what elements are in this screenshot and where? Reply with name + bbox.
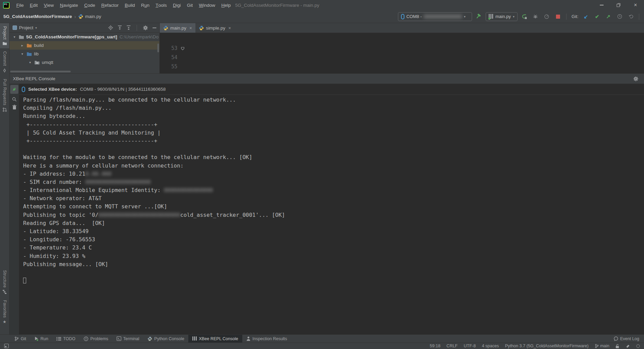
git-branch-widget[interactable]: main bbox=[595, 344, 609, 348]
chevron-collapsed-icon[interactable]: ▸ bbox=[21, 43, 27, 47]
restore-button[interactable] bbox=[610, 0, 627, 10]
rerun-button[interactable] bbox=[520, 12, 529, 21]
run-config-selector[interactable]: main.py ▾ bbox=[486, 12, 518, 21]
stripe-button-commit[interactable]: Commit bbox=[0, 48, 9, 75]
background-tasks-icon[interactable] bbox=[636, 344, 640, 348]
caret-position[interactable]: 59:18 bbox=[430, 344, 440, 348]
toolwindow-toggle-icon[interactable] bbox=[4, 344, 9, 348]
profiler-button[interactable] bbox=[542, 12, 551, 21]
xbee-device-selector[interactable]: COM8 - ▾ bbox=[398, 12, 472, 21]
console-output[interactable]: Parsing /flash/main.py... be connected t… bbox=[19, 95, 644, 334]
expand-all-button[interactable] bbox=[118, 25, 122, 30]
menu-edit[interactable]: Edit bbox=[27, 0, 41, 10]
chevron-expanded-icon[interactable]: ▾ bbox=[21, 52, 27, 56]
rollback-button[interactable] bbox=[626, 12, 635, 21]
minimize-button[interactable] bbox=[593, 0, 610, 10]
console-settings-button[interactable] bbox=[633, 76, 639, 82]
menu-help[interactable]: Help bbox=[218, 0, 234, 10]
close-tab-icon[interactable]: × bbox=[189, 25, 192, 31]
file-encoding[interactable]: UTF-8 bbox=[464, 344, 476, 348]
collapse-all-button[interactable] bbox=[126, 25, 131, 30]
chevron-down-icon[interactable]: ▾ bbox=[35, 26, 37, 30]
hide-panel-button[interactable] bbox=[153, 28, 156, 28]
git-push-button[interactable]: ↗ bbox=[604, 12, 613, 21]
tree-row-umqtt[interactable]: ▾ umqtt bbox=[10, 58, 159, 67]
menu-digi[interactable]: Digi bbox=[170, 0, 184, 10]
console-line: - SIM card number: 00000000000000000000 bbox=[23, 179, 644, 187]
inspections-hector-icon[interactable] bbox=[626, 344, 630, 348]
toolwindow-inspection-results[interactable]: Inspection Results bbox=[242, 335, 291, 343]
chevron-expanded-icon[interactable]: ▾ bbox=[29, 60, 34, 64]
menu-file[interactable]: File bbox=[13, 0, 27, 10]
project-tree: ▾ 5G_ColdAssetMonitorFirmware [gps_uart]… bbox=[10, 33, 159, 73]
vertical-scrollbar[interactable] bbox=[157, 43, 159, 52]
package-folder-icon bbox=[34, 60, 40, 65]
menu-refactor[interactable]: Refactor bbox=[98, 0, 122, 10]
device-status-label: Selected XBee device: bbox=[28, 87, 77, 92]
close-tab-icon[interactable]: × bbox=[228, 25, 231, 31]
tree-row-project-root[interactable]: ▾ 5G_ColdAssetMonitorFirmware [gps_uart]… bbox=[10, 33, 159, 41]
window-controls: × bbox=[593, 0, 644, 10]
menu-navigate[interactable]: Navigate bbox=[57, 0, 81, 10]
device-status-info: COM8 - 9600/8/N/1/N | 356441116360658 bbox=[80, 87, 166, 92]
line-separator[interactable]: CRLF bbox=[447, 344, 458, 348]
menu-build[interactable]: Build bbox=[122, 0, 138, 10]
git-commit-button[interactable]: ✔ bbox=[593, 12, 602, 21]
console-line: Reading GPS data... [OK] bbox=[23, 220, 644, 228]
breadcrumb-project[interactable]: 5G_ColdAssetMonitorFirmware bbox=[3, 14, 72, 19]
clear-console-button[interactable] bbox=[12, 105, 17, 110]
console-line: Publishing to topic '0/00000000000000000… bbox=[23, 212, 644, 220]
indent-style[interactable]: 4 spaces bbox=[482, 344, 499, 348]
stop-button[interactable] bbox=[554, 12, 562, 21]
toolwindow-problems[interactable]: Problems bbox=[80, 335, 112, 343]
python-file-icon bbox=[199, 25, 204, 31]
python-interpreter[interactable]: Python 3.7 (5G_ColdAssetMonitorFirmware) bbox=[505, 344, 589, 348]
menu-window[interactable]: Window bbox=[196, 0, 218, 10]
git-update-button[interactable]: ↙ bbox=[581, 12, 590, 21]
toolwindow-todo[interactable]: TODO bbox=[52, 335, 80, 343]
toolwindow-terminal[interactable]: Terminal bbox=[112, 335, 143, 343]
tab-simple-py[interactable]: simple.py × bbox=[195, 23, 234, 33]
console-header: XBee REPL Console bbox=[10, 74, 644, 84]
menu-tools[interactable]: Tools bbox=[153, 0, 170, 10]
breadcrumb-file[interactable]: main.py bbox=[78, 14, 101, 19]
stripe-bottom-group: Structure Favorites ★ bbox=[0, 267, 9, 327]
connect-button[interactable] bbox=[10, 85, 18, 94]
debug-button[interactable] bbox=[531, 12, 540, 21]
stripe-button-pull-requests[interactable]: Pull Requests bbox=[0, 76, 9, 115]
profiler-icon bbox=[544, 14, 549, 19]
console-line: - Latitude: 38.33549 bbox=[23, 228, 644, 236]
search-button[interactable] bbox=[12, 97, 17, 102]
fold-marker-icon[interactable] bbox=[181, 47, 185, 50]
settings-button[interactable] bbox=[143, 25, 148, 31]
horizontal-scrollbar[interactable] bbox=[10, 71, 71, 72]
toolwindow-xbee-repl-console[interactable]: XBee REPL Console bbox=[188, 335, 242, 343]
tab-main-py[interactable]: main.py × bbox=[160, 23, 195, 33]
toolwindow-run[interactable]: Run bbox=[30, 335, 52, 343]
toolwindow-event-log[interactable]: Event Log bbox=[613, 335, 644, 343]
chevron-expanded-icon[interactable]: ▾ bbox=[14, 35, 19, 39]
tree-row-lib[interactable]: ▾ lib bbox=[10, 50, 159, 58]
unlocked-padlock-icon[interactable] bbox=[615, 344, 620, 348]
toolwindow-git[interactable]: Git bbox=[10, 335, 30, 343]
toolwindow-python-console[interactable]: Python Console bbox=[143, 335, 188, 343]
stripe-button-structure[interactable]: Structure bbox=[0, 267, 9, 297]
menu-code[interactable]: Code bbox=[81, 0, 98, 10]
menu-git[interactable]: Git bbox=[184, 0, 196, 10]
stripe-button-project[interactable]: Project bbox=[0, 23, 9, 48]
rerun-icon bbox=[521, 14, 527, 19]
project-panel-title[interactable]: Project bbox=[19, 25, 33, 30]
tree-row-build[interactable]: ▸ build bbox=[10, 41, 159, 50]
locate-file-button[interactable] bbox=[108, 25, 113, 30]
stripe-button-favorites[interactable]: Favorites ★ bbox=[0, 297, 9, 327]
menu-run[interactable]: Run bbox=[138, 0, 153, 10]
menu-view[interactable]: View bbox=[41, 0, 57, 10]
console-line: | 5G Cold Asset Tracking and Monitoring … bbox=[23, 129, 644, 138]
history-button[interactable] bbox=[615, 12, 624, 21]
clock-icon bbox=[617, 14, 622, 19]
hammer-icon bbox=[476, 14, 482, 19]
close-button[interactable]: × bbox=[627, 0, 644, 10]
build-button[interactable] bbox=[474, 12, 483, 21]
xbee-device-icon bbox=[401, 14, 404, 19]
code-editor[interactable]: 53 54 # PUB_TOPIC = "0/<MQTT Project ID>… bbox=[160, 33, 644, 73]
